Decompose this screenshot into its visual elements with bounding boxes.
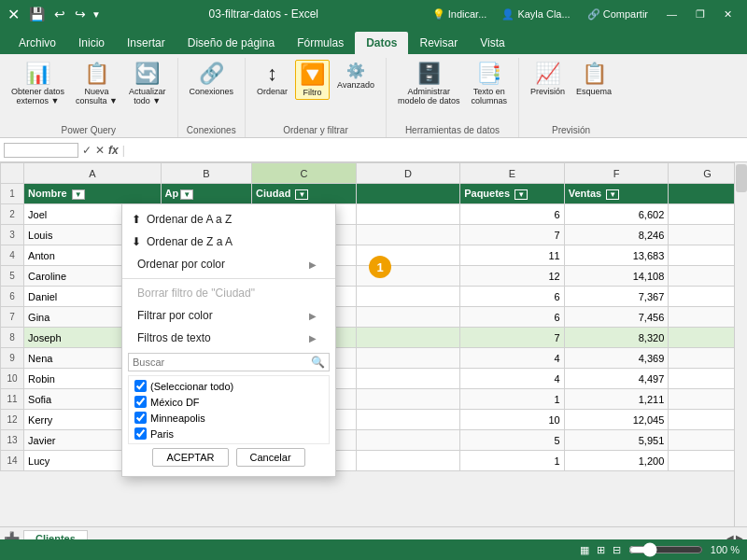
text-filters-arrow: ▶ [309, 333, 317, 343]
cancelar-button[interactable]: Cancelar [236, 448, 305, 467]
quick-access-toolbar: 💾 ↩ ↪ ▼ [25, 5, 101, 23]
checkbox-select-all-input[interactable] [134, 380, 147, 392]
group-data-tools: 🗄️ Administrarmodelo de datos 📑 Texto en… [387, 58, 519, 137]
help-button[interactable]: 💡 Indicar... [427, 8, 493, 21]
forecast-button[interactable]: 📈 Previsión [527, 60, 569, 98]
checkbox-paris-input[interactable] [134, 427, 147, 440]
ribbon-content: 📊 Obtener datosexternos ▼ 📋 Nuevaconsult… [0, 54, 747, 138]
formula-check[interactable]: ✓ [82, 144, 92, 157]
sort-az-label: Ordenar de A a Z [147, 213, 232, 226]
filter-color-item[interactable]: Filtrar por color ▶ [122, 304, 335, 327]
user-account[interactable]: 👤 Kayla Cla... [496, 8, 575, 21]
sort-color-item[interactable]: Ordenar por color ▶ [122, 253, 335, 275]
sort-color-arrow: ▶ [309, 259, 317, 270]
overlay: ⬆ Ordenar de A a Z ⬇ Ordenar de Z a A Or… [0, 162, 747, 526]
tab-vista[interactable]: Vista [469, 32, 515, 54]
tab-diseno[interactable]: Diseño de página [176, 32, 286, 54]
page-layout-icon[interactable]: ⊞ [597, 544, 605, 556]
refresh-all-button[interactable]: 🔄 Actualizartodo ▼ [125, 60, 170, 107]
checkbox-list: (Seleccionar todo) México DF Minneapolis… [128, 375, 330, 444]
status-bar: ▦ ⊞ ⊟ 100 % [0, 539, 747, 560]
tab-formulas[interactable]: Fórmulas [286, 32, 355, 54]
formula-cancel[interactable]: ✕ [95, 144, 105, 157]
filter-color-arrow: ▶ [309, 311, 317, 321]
connections-button[interactable]: 🔗 Conexiones [186, 60, 238, 98]
sort-color-label: Ordenar por color [137, 258, 225, 271]
text-columns-button[interactable]: 📑 Texto encolumnas [467, 60, 511, 107]
normal-view-icon[interactable]: ▦ [580, 544, 589, 556]
new-query-button[interactable]: 📋 Nuevaconsulta ▼ [72, 60, 121, 107]
checkbox-minneapolis[interactable]: Minneapolis [131, 410, 327, 426]
status-right: ▦ ⊞ ⊟ 100 % [580, 542, 740, 557]
zoom-slider[interactable] [628, 542, 703, 557]
text-columns-icon: 📑 [476, 62, 501, 86]
group-power-query-items: 📊 Obtener datosexternos ▼ 📋 Nuevaconsult… [7, 60, 170, 123]
text-filters-item[interactable]: Filtros de texto ▶ [122, 327, 335, 349]
title-bar-right: 💡 Indicar... 👤 Kayla Cla... 🔗 Compartir … [427, 7, 740, 22]
app-icon: ✕ [7, 6, 20, 23]
formula-fx[interactable]: fx [108, 144, 119, 157]
group-data-tools-items: 🗄️ Administrarmodelo de datos 📑 Texto en… [394, 60, 511, 123]
tab-archivo[interactable]: Archivo [7, 32, 67, 54]
minimize-button[interactable]: — [659, 7, 684, 21]
sort-button[interactable]: ↕️ Ordenar [253, 60, 291, 98]
title-bar: ✕ 💾 ↩ ↪ ▼ 03-filtrar-datos - Excel 💡 Ind… [0, 0, 747, 28]
connections-icon: 🔗 [199, 62, 224, 86]
save-button[interactable]: 💾 [25, 5, 49, 23]
outline-button[interactable]: 📋 Esquema [572, 60, 615, 98]
sort-za-label: Ordenar de Z a A [147, 235, 233, 248]
get-data-icon: 📊 [25, 62, 50, 86]
tab-datos[interactable]: Datos [355, 32, 408, 54]
aceptar-button[interactable]: ACEPTAR [152, 448, 228, 467]
formula-bar: ✓ ✕ fx | [0, 138, 747, 162]
sort-az-icon: ⬆ [132, 213, 141, 226]
group-data-tools-label: Herramientas de datos [405, 125, 500, 135]
group-power-query-label: Power Query [62, 125, 116, 135]
sort-icon: ↕️ [267, 62, 277, 86]
undo-button[interactable]: ↩ [50, 5, 69, 23]
redo-button[interactable]: ↪ [71, 5, 90, 23]
close-button[interactable]: ✕ [716, 7, 740, 22]
filter-icon: 🔽 [300, 63, 325, 87]
window-title: 03-filtrar-datos - Excel [209, 7, 318, 21]
restore-button[interactable]: ❐ [688, 7, 712, 22]
checkbox-minneapolis-input[interactable] [134, 412, 147, 424]
tab-inicio[interactable]: Inicio [67, 32, 116, 54]
badge-1: 1 [369, 256, 391, 278]
sort-az-item[interactable]: ⬆ Ordenar de A a Z [122, 208, 335, 231]
sort-za-item[interactable]: ⬇ Ordenar de Z a A [122, 231, 335, 253]
checkbox-select-all-label: (Seleccionar todo) [150, 381, 233, 392]
spreadsheet-container: A B C D E F G 1 Nombre ▼ Ap▼ [0, 162, 747, 526]
checkbox-paris[interactable]: Paris [131, 426, 327, 441]
new-query-icon: 📋 [84, 62, 109, 86]
formula-input[interactable] [129, 144, 743, 157]
checkbox-mexico-label: México DF [150, 397, 200, 408]
get-data-button[interactable]: 📊 Obtener datosexternos ▼ [7, 60, 68, 107]
vertical-scrollbar[interactable] [734, 162, 747, 526]
filter-button[interactable]: 🔽 Filtro [295, 60, 330, 100]
scrollbar-thumb[interactable] [736, 164, 747, 192]
sort-za-icon: ⬇ [132, 235, 141, 248]
group-prevision-items: 📈 Previsión 📋 Esquema [527, 60, 615, 123]
title-bar-left: ✕ 💾 ↩ ↪ ▼ [7, 5, 101, 23]
group-power-query: 📊 Obtener datosexternos ▼ 📋 Nuevaconsult… [0, 58, 178, 137]
page-break-icon[interactable]: ⊟ [613, 544, 621, 556]
group-sort-filter-items: ↕️ Ordenar 🔽 Filtro ⚙️ Avanzado [253, 60, 378, 123]
forecast-icon: 📈 [535, 62, 560, 86]
clear-filter-item: Borrar filtro de "Ciudad" [122, 282, 335, 304]
name-box[interactable] [4, 143, 78, 158]
share-button[interactable]: 🔗 Compartir [580, 8, 655, 21]
data-model-icon: 🗄️ [416, 62, 442, 86]
group-conexiones: 🔗 Conexiones Conexiones [178, 58, 247, 137]
search-box: 🔍 [128, 353, 330, 371]
checkbox-select-all[interactable]: (Seleccionar todo) [131, 378, 327, 394]
checkbox-mexico-input[interactable] [134, 396, 147, 408]
tab-insertar[interactable]: Insertar [116, 32, 176, 54]
data-model-button[interactable]: 🗄️ Administrarmodelo de datos [394, 60, 464, 107]
clear-filter-label: Borrar filtro de "Ciudad" [137, 287, 255, 300]
checkbox-mexico[interactable]: México DF [131, 394, 327, 410]
advanced-button[interactable]: ⚙️ Avanzado [333, 60, 378, 91]
search-input[interactable] [133, 357, 307, 368]
tab-revisar[interactable]: Revisar [408, 32, 469, 54]
checkbox-paris-label: Paris [150, 428, 174, 440]
